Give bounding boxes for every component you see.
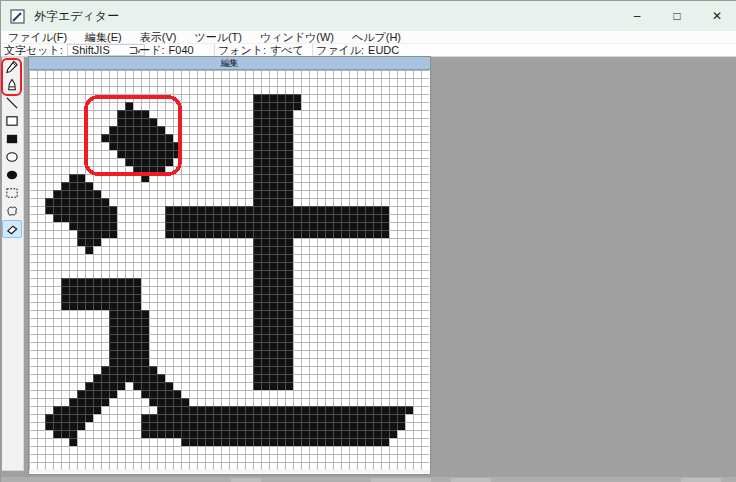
brush-tool[interactable] [2,76,22,94]
pixel-grid-wrap [29,70,429,470]
edit-window-bottom-strip [29,470,430,473]
minimize-button[interactable]: – [617,1,657,31]
hollow-ellipse-icon [5,150,19,164]
edit-child-window: 編集 [28,56,431,475]
chevron-down-icon: ∨ [136,46,142,53]
freeform-select-tool[interactable] [2,202,22,220]
hollow-rectangle-icon [5,114,19,128]
freeform-select-icon [5,204,19,218]
app-icon [10,9,25,24]
charset-field: 文字セット: ShiftJIS ∨ [1,44,125,57]
pixel-grid-canvas[interactable] [29,70,429,470]
file-field: ファイル: EUDC [313,44,404,57]
tool-palette [2,57,24,471]
hollow-ellipse-tool[interactable] [2,148,22,166]
maximize-button[interactable]: □ [657,1,697,31]
edit-window-titlebar[interactable]: 編集 [29,57,430,70]
filled-ellipse-icon [5,168,19,182]
code-value: F040 [169,44,194,56]
menu-edit[interactable]: 編集(E) [76,31,131,44]
eraser-tool[interactable] [2,220,22,238]
filled-rectangle-tool[interactable] [2,130,22,148]
workspace: 編集 [1,57,736,482]
eraser-icon [5,222,19,236]
pencil-tool[interactable] [2,58,22,76]
close-button[interactable]: ✕ [697,1,736,31]
pencil-icon [5,60,19,74]
rect-select-icon [5,186,19,200]
window-title: 外字エディター [34,8,119,25]
line-tool[interactable] [2,94,22,112]
font-field: フォント: すべて [215,44,313,57]
edit-window-title: 編集 [221,57,239,70]
titlebar: 外字エディター – □ ✕ [1,1,736,31]
line-icon [5,96,19,110]
rect-select-tool[interactable] [2,184,22,202]
filled-rectangle-icon [5,132,19,146]
eudc-editor-window: 外字エディター – □ ✕ ファイル(F) 編集(E) 表示(V) ツール(T)… [0,0,736,482]
filled-ellipse-tool[interactable] [2,166,22,184]
brush-icon [5,78,19,92]
hollow-rectangle-tool[interactable] [2,112,22,130]
bottom-scroll-strip[interactable] [1,477,736,482]
charset-value: ShiftJIS [72,44,110,56]
file-value: EUDC [368,44,399,56]
menu-bar: ファイル(F) 編集(E) 表示(V) ツール(T) ウィンドウ(W) ヘルプ(… [1,31,736,44]
